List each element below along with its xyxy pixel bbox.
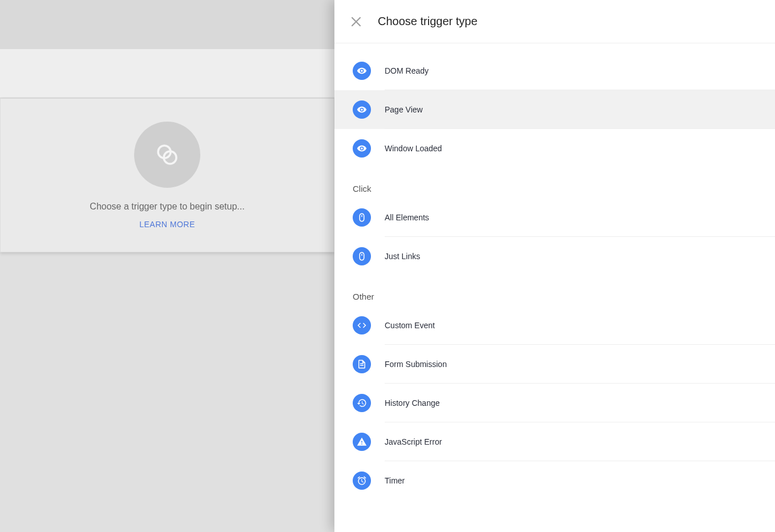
trigger-label: Custom Event: [385, 321, 435, 330]
trigger-option-history-change[interactable]: History Change: [334, 384, 775, 422]
learn-more-link[interactable]: LEARN MORE: [139, 220, 195, 229]
trigger-option-just-links[interactable]: Just Links: [334, 237, 775, 276]
trigger-option-dom-ready[interactable]: DOM Ready: [334, 51, 775, 90]
panel-header: Choose trigger type: [334, 0, 775, 43]
document-icon: [353, 355, 371, 373]
section-header-click: Click: [334, 168, 775, 198]
panel-body: DOM ReadyPage ViewWindow LoadedClickAll …: [334, 43, 775, 532]
trigger-label: Window Loaded: [385, 144, 442, 153]
trigger-label: DOM Ready: [385, 66, 429, 75]
trigger-option-timer[interactable]: Timer: [334, 461, 775, 500]
trigger-label: Just Links: [385, 252, 420, 261]
section-header-other: Other: [334, 276, 775, 306]
trigger-label: Page View: [385, 105, 423, 114]
trigger-label: JavaScript Error: [385, 437, 442, 446]
trigger-placeholder-icon: [134, 122, 200, 188]
close-icon: [351, 17, 361, 27]
panel-title: Choose trigger type: [378, 15, 478, 28]
code-icon: [353, 316, 371, 334]
trigger-option-javascript-error[interactable]: JavaScript Error: [334, 422, 775, 461]
trigger-type-panel: Choose trigger type DOM ReadyPage ViewWi…: [334, 0, 775, 532]
eye-icon: [353, 139, 371, 158]
trigger-option-custom-event[interactable]: Custom Event: [334, 306, 775, 345]
warning-icon: [353, 433, 371, 451]
trigger-option-window-loaded[interactable]: Window Loaded: [334, 129, 775, 168]
trigger-label: All Elements: [385, 213, 429, 222]
mouse-icon: [353, 247, 371, 265]
clock-icon: [353, 471, 371, 490]
setup-prompt-text: Choose a trigger type to begin setup...: [90, 201, 244, 212]
trigger-option-all-elements[interactable]: All Elements: [334, 198, 775, 237]
trigger-label: Form Submission: [385, 360, 447, 369]
trigger-setup-placeholder-card[interactable]: Choose a trigger type to begin setup... …: [0, 98, 334, 252]
mouse-icon: [353, 208, 371, 227]
history-icon: [353, 394, 371, 412]
trigger-option-form-submission[interactable]: Form Submission: [334, 345, 775, 384]
trigger-label: History Change: [385, 398, 440, 408]
eye-icon: [353, 62, 371, 80]
close-button[interactable]: [345, 10, 368, 33]
trigger-option-page-view[interactable]: Page View: [334, 90, 775, 129]
eye-icon: [353, 100, 371, 119]
trigger-label: Timer: [385, 476, 405, 485]
